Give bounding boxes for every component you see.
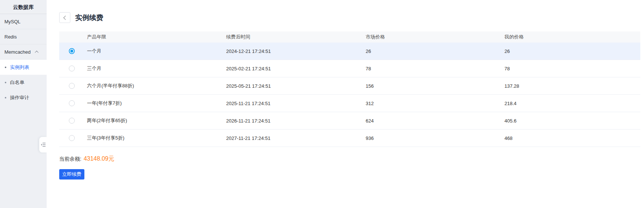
cell-my-price: 218.4 — [504, 101, 640, 106]
renew-now-button[interactable]: 立即续费 — [59, 169, 84, 180]
cell-duration: 两年(2年付享65折) — [87, 117, 226, 124]
header-cell-market-price: 市场价格 — [366, 34, 504, 40]
sidebar-title: 云数据库 — [0, 0, 47, 14]
cell-my-price: 78 — [504, 66, 640, 71]
sidebar-item-label: MySQL — [4, 19, 20, 24]
table-row[interactable]: 六个月(半年付享88折) 2025-05-21 17:24:51 156 137… — [59, 77, 640, 95]
row-radio-cell — [59, 118, 87, 124]
chevron-up-icon — [35, 50, 38, 54]
renewal-table: 产品年限 续费后时间 市场价格 我的价格 一个月 2024-12-21 17:2… — [59, 31, 640, 147]
cell-market-price: 312 — [366, 101, 504, 106]
cell-renew-time: 2027-11-21 17:24:51 — [226, 135, 366, 141]
table-header: 产品年限 续费后时间 市场价格 我的价格 — [59, 31, 640, 43]
row-radio[interactable] — [69, 83, 75, 89]
header-cell-my-price: 我的价格 — [504, 34, 640, 40]
cell-market-price: 26 — [366, 48, 504, 54]
page-title: 实例续费 — [75, 13, 103, 23]
sidebar-subitem-whitelist[interactable]: 白名单 — [0, 75, 47, 90]
table-row[interactable]: 一个月 2024-12-21 17:24:51 26 26 — [59, 43, 640, 60]
sidebar-item-label: Memcached — [4, 49, 31, 55]
row-radio[interactable] — [69, 66, 75, 71]
sidebar: 云数据库 MySQL Redis Memcached 实例列表 白名单 操作审计 — [0, 0, 47, 208]
row-radio[interactable] — [69, 48, 75, 54]
cell-renew-time: 2025-11-21 17:24:51 — [226, 101, 366, 106]
cell-renew-time: 2026-11-21 17:24:51 — [226, 118, 366, 124]
cell-market-price: 156 — [366, 83, 504, 89]
balance-line: 当前余额: 43148.09元 — [59, 155, 644, 163]
cell-market-price: 936 — [366, 135, 504, 141]
bullet-icon — [5, 97, 6, 98]
sidebar-item-memcached[interactable]: Memcached — [0, 44, 47, 60]
table-row[interactable]: 一年(年付享7折) 2025-11-21 17:24:51 312 218.4 — [59, 95, 640, 112]
row-radio-cell — [59, 66, 87, 71]
cell-duration: 六个月(半年付享88折) — [87, 83, 226, 89]
cell-my-price: 468 — [504, 135, 640, 141]
row-radio-cell — [59, 48, 87, 54]
row-radio-cell — [59, 100, 87, 106]
cell-duration: 一个月 — [87, 48, 226, 54]
chevron-left-icon — [63, 16, 67, 20]
sidebar-subitem-operation-audit[interactable]: 操作审计 — [0, 90, 47, 105]
cell-my-price: 26 — [504, 48, 640, 54]
cell-duration: 三年(3年付享5折) — [87, 135, 226, 141]
sidebar-subitem-label: 白名单 — [10, 79, 24, 86]
balance-label: 当前余额: — [59, 156, 81, 162]
page-header: 实例续费 — [59, 12, 644, 23]
back-button[interactable] — [59, 12, 70, 23]
cell-duration: 一年(年付享7折) — [87, 100, 226, 107]
sidebar-item-label: Redis — [4, 34, 17, 40]
main-content: 实例续费 产品年限 续费后时间 市场价格 我的价格 一个月 2024-12-21… — [47, 0, 644, 208]
row-radio-cell — [59, 83, 87, 89]
sidebar-subitem-label: 实例列表 — [10, 64, 29, 71]
sidebar-subitem-instance-list[interactable]: 实例列表 — [0, 60, 47, 75]
bullet-icon — [5, 67, 6, 68]
row-radio[interactable] — [69, 118, 75, 124]
table-row[interactable]: 三年(3年付享5折) 2027-11-21 17:24:51 936 468 — [59, 130, 640, 147]
header-cell-duration: 产品年限 — [87, 34, 226, 40]
fold-menu-icon — [41, 142, 46, 147]
cell-renew-time: 2024-12-21 17:24:51 — [226, 48, 366, 54]
sidebar-item-mysql[interactable]: MySQL — [0, 14, 47, 29]
bullet-icon — [5, 82, 6, 83]
cell-market-price: 624 — [366, 118, 504, 124]
sidebar-subitem-label: 操作审计 — [10, 94, 29, 101]
app-window: 云数据库 MySQL Redis Memcached 实例列表 白名单 操作审计 — [0, 0, 644, 208]
row-radio[interactable] — [69, 135, 75, 141]
cell-renew-time: 2025-02-21 17:24:51 — [226, 66, 366, 71]
table-body: 一个月 2024-12-21 17:24:51 26 26 三个月 2025-0… — [59, 43, 640, 147]
row-radio-cell — [59, 135, 87, 141]
header-cell-renew-time: 续费后时间 — [226, 34, 366, 40]
balance-value: 43148.09元 — [84, 155, 114, 163]
cell-my-price: 405.6 — [504, 118, 640, 124]
sidebar-collapse-handle[interactable] — [39, 137, 47, 152]
table-row[interactable]: 两年(2年付享65折) 2026-11-21 17:24:51 624 405.… — [59, 112, 640, 130]
sidebar-item-redis[interactable]: Redis — [0, 29, 47, 44]
cell-market-price: 78 — [366, 66, 504, 71]
cell-my-price: 137.28 — [504, 83, 640, 89]
cell-duration: 三个月 — [87, 65, 226, 72]
cell-renew-time: 2025-05-21 17:24:51 — [226, 83, 366, 89]
row-radio[interactable] — [69, 100, 75, 106]
table-row[interactable]: 三个月 2025-02-21 17:24:51 78 78 — [59, 60, 640, 77]
